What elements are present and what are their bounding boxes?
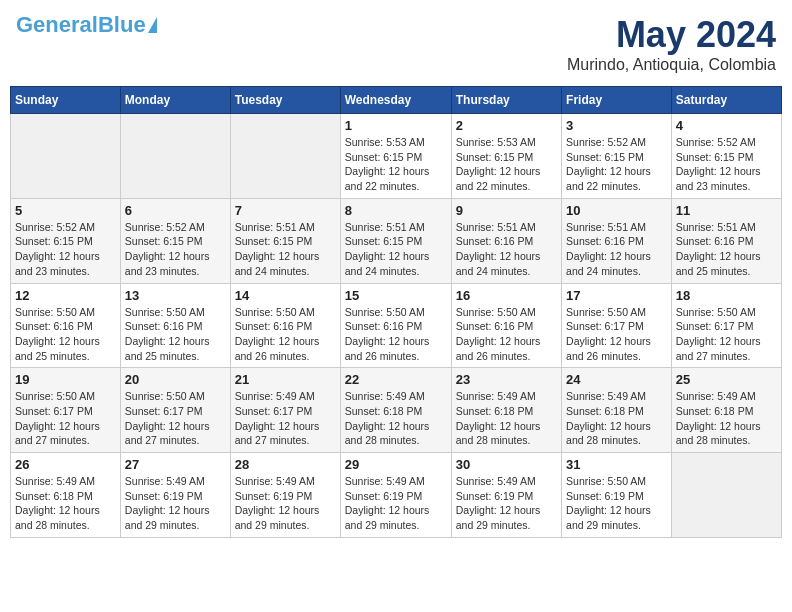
day-number: 24	[566, 372, 667, 387]
calendar-cell: 6Sunrise: 5:52 AMSunset: 6:15 PMDaylight…	[120, 198, 230, 283]
day-number: 25	[676, 372, 777, 387]
day-number: 5	[15, 203, 116, 218]
calendar-cell: 10Sunrise: 5:51 AMSunset: 6:16 PMDayligh…	[562, 198, 672, 283]
day-number: 18	[676, 288, 777, 303]
logo: GeneralBlue	[16, 14, 157, 36]
day-number: 11	[676, 203, 777, 218]
week-row-5: 26Sunrise: 5:49 AMSunset: 6:18 PMDayligh…	[11, 453, 782, 538]
day-number: 8	[345, 203, 447, 218]
day-number: 1	[345, 118, 447, 133]
week-row-1: 1Sunrise: 5:53 AMSunset: 6:15 PMDaylight…	[11, 114, 782, 199]
calendar: SundayMondayTuesdayWednesdayThursdayFrid…	[10, 86, 782, 538]
calendar-cell: 19Sunrise: 5:50 AMSunset: 6:17 PMDayligh…	[11, 368, 121, 453]
day-number: 6	[125, 203, 226, 218]
day-number: 23	[456, 372, 557, 387]
day-info: Sunrise: 5:52 AMSunset: 6:15 PMDaylight:…	[125, 220, 226, 279]
calendar-cell: 11Sunrise: 5:51 AMSunset: 6:16 PMDayligh…	[671, 198, 781, 283]
day-info: Sunrise: 5:49 AMSunset: 6:19 PMDaylight:…	[345, 474, 447, 533]
calendar-cell: 24Sunrise: 5:49 AMSunset: 6:18 PMDayligh…	[562, 368, 672, 453]
day-info: Sunrise: 5:49 AMSunset: 6:18 PMDaylight:…	[456, 389, 557, 448]
day-number: 12	[15, 288, 116, 303]
week-row-4: 19Sunrise: 5:50 AMSunset: 6:17 PMDayligh…	[11, 368, 782, 453]
day-number: 16	[456, 288, 557, 303]
weekday-header-monday: Monday	[120, 87, 230, 114]
calendar-cell: 8Sunrise: 5:51 AMSunset: 6:15 PMDaylight…	[340, 198, 451, 283]
week-row-3: 12Sunrise: 5:50 AMSunset: 6:16 PMDayligh…	[11, 283, 782, 368]
calendar-cell: 5Sunrise: 5:52 AMSunset: 6:15 PMDaylight…	[11, 198, 121, 283]
calendar-cell: 22Sunrise: 5:49 AMSunset: 6:18 PMDayligh…	[340, 368, 451, 453]
calendar-cell: 4Sunrise: 5:52 AMSunset: 6:15 PMDaylight…	[671, 114, 781, 199]
weekday-header-friday: Friday	[562, 87, 672, 114]
calendar-cell: 15Sunrise: 5:50 AMSunset: 6:16 PMDayligh…	[340, 283, 451, 368]
day-info: Sunrise: 5:53 AMSunset: 6:15 PMDaylight:…	[345, 135, 447, 194]
day-number: 17	[566, 288, 667, 303]
weekday-header-saturday: Saturday	[671, 87, 781, 114]
day-number: 26	[15, 457, 116, 472]
calendar-cell: 25Sunrise: 5:49 AMSunset: 6:18 PMDayligh…	[671, 368, 781, 453]
logo-triangle-icon	[148, 17, 157, 33]
weekday-header-thursday: Thursday	[451, 87, 561, 114]
logo-text: GeneralBlue	[16, 14, 146, 36]
weekday-header-wednesday: Wednesday	[340, 87, 451, 114]
day-info: Sunrise: 5:49 AMSunset: 6:19 PMDaylight:…	[125, 474, 226, 533]
day-info: Sunrise: 5:49 AMSunset: 6:18 PMDaylight:…	[15, 474, 116, 533]
day-info: Sunrise: 5:50 AMSunset: 6:17 PMDaylight:…	[676, 305, 777, 364]
calendar-cell: 31Sunrise: 5:50 AMSunset: 6:19 PMDayligh…	[562, 453, 672, 538]
calendar-cell: 26Sunrise: 5:49 AMSunset: 6:18 PMDayligh…	[11, 453, 121, 538]
calendar-cell: 20Sunrise: 5:50 AMSunset: 6:17 PMDayligh…	[120, 368, 230, 453]
weekday-header-tuesday: Tuesday	[230, 87, 340, 114]
day-info: Sunrise: 5:51 AMSunset: 6:16 PMDaylight:…	[566, 220, 667, 279]
title-block: May 2024 Murindo, Antioquia, Colombia	[567, 14, 776, 74]
day-info: Sunrise: 5:50 AMSunset: 6:17 PMDaylight:…	[125, 389, 226, 448]
day-number: 4	[676, 118, 777, 133]
calendar-cell: 14Sunrise: 5:50 AMSunset: 6:16 PMDayligh…	[230, 283, 340, 368]
calendar-cell: 2Sunrise: 5:53 AMSunset: 6:15 PMDaylight…	[451, 114, 561, 199]
week-row-2: 5Sunrise: 5:52 AMSunset: 6:15 PMDaylight…	[11, 198, 782, 283]
calendar-cell: 1Sunrise: 5:53 AMSunset: 6:15 PMDaylight…	[340, 114, 451, 199]
day-info: Sunrise: 5:51 AMSunset: 6:16 PMDaylight:…	[456, 220, 557, 279]
day-info: Sunrise: 5:51 AMSunset: 6:15 PMDaylight:…	[235, 220, 336, 279]
day-number: 20	[125, 372, 226, 387]
day-info: Sunrise: 5:50 AMSunset: 6:19 PMDaylight:…	[566, 474, 667, 533]
calendar-cell: 29Sunrise: 5:49 AMSunset: 6:19 PMDayligh…	[340, 453, 451, 538]
weekday-header-row: SundayMondayTuesdayWednesdayThursdayFrid…	[11, 87, 782, 114]
calendar-cell: 18Sunrise: 5:50 AMSunset: 6:17 PMDayligh…	[671, 283, 781, 368]
logo-part1: General	[16, 12, 98, 37]
calendar-cell: 7Sunrise: 5:51 AMSunset: 6:15 PMDaylight…	[230, 198, 340, 283]
day-number: 13	[125, 288, 226, 303]
day-info: Sunrise: 5:52 AMSunset: 6:15 PMDaylight:…	[566, 135, 667, 194]
day-info: Sunrise: 5:49 AMSunset: 6:19 PMDaylight:…	[235, 474, 336, 533]
day-number: 31	[566, 457, 667, 472]
day-info: Sunrise: 5:52 AMSunset: 6:15 PMDaylight:…	[15, 220, 116, 279]
day-info: Sunrise: 5:50 AMSunset: 6:17 PMDaylight:…	[566, 305, 667, 364]
day-info: Sunrise: 5:50 AMSunset: 6:16 PMDaylight:…	[345, 305, 447, 364]
weekday-header-sunday: Sunday	[11, 87, 121, 114]
day-info: Sunrise: 5:51 AMSunset: 6:16 PMDaylight:…	[676, 220, 777, 279]
calendar-cell: 23Sunrise: 5:49 AMSunset: 6:18 PMDayligh…	[451, 368, 561, 453]
day-number: 15	[345, 288, 447, 303]
day-number: 28	[235, 457, 336, 472]
day-number: 7	[235, 203, 336, 218]
day-info: Sunrise: 5:52 AMSunset: 6:15 PMDaylight:…	[676, 135, 777, 194]
day-number: 22	[345, 372, 447, 387]
day-info: Sunrise: 5:49 AMSunset: 6:18 PMDaylight:…	[676, 389, 777, 448]
calendar-cell	[230, 114, 340, 199]
day-info: Sunrise: 5:50 AMSunset: 6:17 PMDaylight:…	[15, 389, 116, 448]
day-info: Sunrise: 5:51 AMSunset: 6:15 PMDaylight:…	[345, 220, 447, 279]
day-number: 21	[235, 372, 336, 387]
day-info: Sunrise: 5:50 AMSunset: 6:16 PMDaylight:…	[15, 305, 116, 364]
subtitle: Murindo, Antioquia, Colombia	[567, 56, 776, 74]
day-info: Sunrise: 5:50 AMSunset: 6:16 PMDaylight:…	[125, 305, 226, 364]
day-number: 19	[15, 372, 116, 387]
calendar-cell: 12Sunrise: 5:50 AMSunset: 6:16 PMDayligh…	[11, 283, 121, 368]
calendar-cell: 27Sunrise: 5:49 AMSunset: 6:19 PMDayligh…	[120, 453, 230, 538]
day-info: Sunrise: 5:50 AMSunset: 6:16 PMDaylight:…	[456, 305, 557, 364]
day-number: 3	[566, 118, 667, 133]
day-number: 14	[235, 288, 336, 303]
calendar-cell: 3Sunrise: 5:52 AMSunset: 6:15 PMDaylight…	[562, 114, 672, 199]
calendar-cell: 13Sunrise: 5:50 AMSunset: 6:16 PMDayligh…	[120, 283, 230, 368]
day-number: 29	[345, 457, 447, 472]
day-info: Sunrise: 5:50 AMSunset: 6:16 PMDaylight:…	[235, 305, 336, 364]
calendar-cell	[120, 114, 230, 199]
calendar-cell: 16Sunrise: 5:50 AMSunset: 6:16 PMDayligh…	[451, 283, 561, 368]
